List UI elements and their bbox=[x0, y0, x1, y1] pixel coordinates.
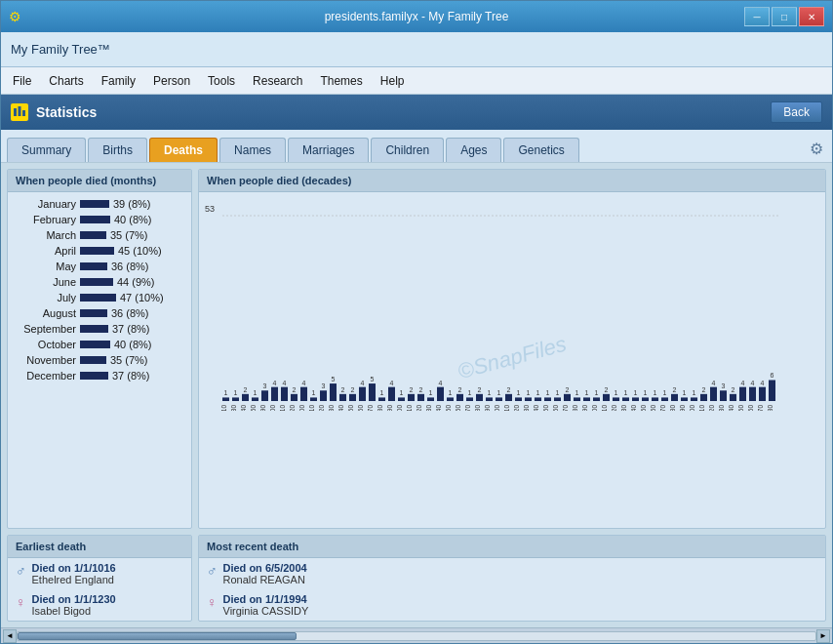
list-item: April 45 (10%) bbox=[16, 243, 183, 259]
horizontal-scrollbar[interactable]: ◄ ► bbox=[1, 627, 832, 643]
back-button[interactable]: Back bbox=[771, 101, 822, 123]
list-item: February 40 (8%) bbox=[16, 212, 183, 227]
svg-text:5: 5 bbox=[371, 376, 375, 382]
recent-male-date: Died on 6/5/2004 bbox=[223, 562, 307, 574]
month-list: January 39 (8%) February 40 (8%) March 3… bbox=[8, 192, 191, 387]
menu-file[interactable]: File bbox=[5, 71, 39, 91]
svg-text:3: 3 bbox=[263, 382, 267, 389]
month-count: 37 (8%) bbox=[112, 370, 150, 382]
svg-text:1310: 1310 bbox=[406, 405, 413, 411]
menu-tools[interactable]: Tools bbox=[200, 71, 243, 91]
svg-text:5: 5 bbox=[332, 376, 336, 382]
svg-text:1: 1 bbox=[634, 389, 638, 396]
month-bar bbox=[80, 356, 106, 364]
bottom-panels: Earliest death ♂ Died on 1/1/1016 Ethelr… bbox=[1, 535, 832, 627]
recent-death-panel: Most recent death ♂ Died on 6/5/2004 Ron… bbox=[198, 535, 826, 622]
menu-person[interactable]: Person bbox=[145, 71, 198, 91]
settings-icon[interactable]: ⚙ bbox=[807, 139, 826, 158]
tab-births[interactable]: Births bbox=[88, 138, 147, 162]
svg-rect-98 bbox=[525, 397, 532, 401]
close-button[interactable]: ✕ bbox=[799, 7, 824, 26]
menu-charts[interactable]: Charts bbox=[41, 71, 91, 91]
recent-female-name: Virginia CASSIDY bbox=[223, 605, 309, 617]
maximize-button[interactable]: □ bbox=[772, 7, 797, 26]
svg-text:1510: 1510 bbox=[601, 405, 608, 411]
svg-text:1: 1 bbox=[517, 389, 521, 396]
svg-rect-95 bbox=[515, 397, 522, 401]
menu-bar: File Charts Family Person Tools Research… bbox=[1, 67, 832, 95]
month-bar bbox=[80, 309, 107, 317]
tabs-bar: Summary Births Deaths Names Marriages Ch… bbox=[1, 130, 832, 163]
svg-text:1: 1 bbox=[575, 389, 579, 396]
scroll-right-arrow[interactable]: ► bbox=[816, 629, 830, 643]
minimize-button[interactable]: ─ bbox=[744, 7, 770, 26]
svg-text:4: 4 bbox=[390, 380, 394, 386]
tab-names[interactable]: Names bbox=[219, 138, 286, 162]
svg-text:1: 1 bbox=[488, 389, 492, 396]
female-icon: ♀ bbox=[16, 594, 26, 610]
svg-text:1300: 1300 bbox=[396, 405, 403, 411]
tab-summary[interactable]: Summary bbox=[7, 138, 86, 162]
svg-text:1470: 1470 bbox=[562, 405, 569, 411]
svg-rect-71 bbox=[437, 387, 444, 401]
scroll-left-arrow[interactable]: ◄ bbox=[3, 629, 17, 643]
svg-text:1280: 1280 bbox=[377, 405, 383, 411]
svg-rect-32 bbox=[310, 397, 317, 401]
tab-deaths[interactable]: Deaths bbox=[149, 138, 218, 162]
svg-text:1: 1 bbox=[224, 389, 228, 396]
svg-rect-161 bbox=[730, 394, 736, 401]
tab-ages[interactable]: Ages bbox=[446, 138, 501, 162]
svg-rect-119 bbox=[593, 397, 600, 401]
svg-text:1580: 1580 bbox=[669, 405, 676, 411]
tab-marriages[interactable]: Marriages bbox=[288, 138, 369, 162]
svg-text:1: 1 bbox=[644, 389, 648, 396]
svg-text:1290: 1290 bbox=[386, 405, 393, 411]
scroll-track[interactable] bbox=[17, 631, 816, 641]
svg-text:1: 1 bbox=[585, 389, 589, 396]
svg-rect-101 bbox=[535, 397, 541, 401]
svg-text:2: 2 bbox=[478, 386, 482, 393]
menu-help[interactable]: Help bbox=[373, 71, 413, 91]
recent-death-header: Most recent death bbox=[199, 536, 825, 558]
month-label: April bbox=[16, 245, 76, 257]
earliest-male-name: Ethelred England bbox=[32, 574, 116, 585]
female-icon-2: ♀ bbox=[207, 594, 218, 610]
month-bar bbox=[80, 278, 113, 286]
earliest-female-date: Died on 1/1/1230 bbox=[32, 593, 116, 605]
svg-rect-14 bbox=[252, 397, 258, 401]
svg-text:1680: 1680 bbox=[767, 405, 774, 411]
svg-rect-5 bbox=[222, 397, 229, 401]
svg-rect-77 bbox=[456, 394, 463, 401]
svg-rect-137 bbox=[652, 397, 658, 401]
svg-rect-2 bbox=[22, 110, 25, 116]
svg-text:2: 2 bbox=[732, 386, 735, 393]
menu-family[interactable]: Family bbox=[94, 71, 143, 91]
svg-text:4: 4 bbox=[712, 380, 716, 386]
svg-text:1: 1 bbox=[663, 389, 667, 396]
scroll-thumb[interactable] bbox=[18, 632, 297, 640]
tab-genetics[interactable]: Genetics bbox=[503, 138, 578, 162]
menu-research[interactable]: Research bbox=[245, 71, 310, 91]
male-icon: ♂ bbox=[16, 563, 26, 579]
recent-female-date: Died on 1/1/1994 bbox=[223, 593, 309, 605]
svg-rect-74 bbox=[447, 397, 454, 401]
month-label: October bbox=[16, 339, 76, 350]
svg-text:2: 2 bbox=[507, 386, 511, 393]
svg-rect-152 bbox=[700, 394, 707, 401]
svg-text:1260: 1260 bbox=[357, 405, 364, 411]
svg-text:1490: 1490 bbox=[581, 405, 588, 411]
svg-text:1630: 1630 bbox=[718, 405, 725, 411]
menu-themes[interactable]: Themes bbox=[312, 71, 370, 91]
app-title: My Family Tree™ bbox=[11, 42, 110, 57]
month-label: July bbox=[16, 292, 76, 303]
month-count: 37 (8%) bbox=[112, 323, 150, 335]
svg-text:3: 3 bbox=[722, 382, 726, 389]
list-item: May 36 (8%) bbox=[16, 259, 183, 274]
months-panel-header: When people died (months) bbox=[8, 170, 191, 192]
svg-text:1200: 1200 bbox=[298, 405, 305, 411]
list-item: September 37 (8%) bbox=[16, 321, 183, 337]
svg-text:1: 1 bbox=[693, 389, 696, 396]
tab-children[interactable]: Children bbox=[371, 138, 444, 162]
svg-text:2: 2 bbox=[351, 386, 355, 393]
svg-rect-140 bbox=[661, 397, 668, 401]
